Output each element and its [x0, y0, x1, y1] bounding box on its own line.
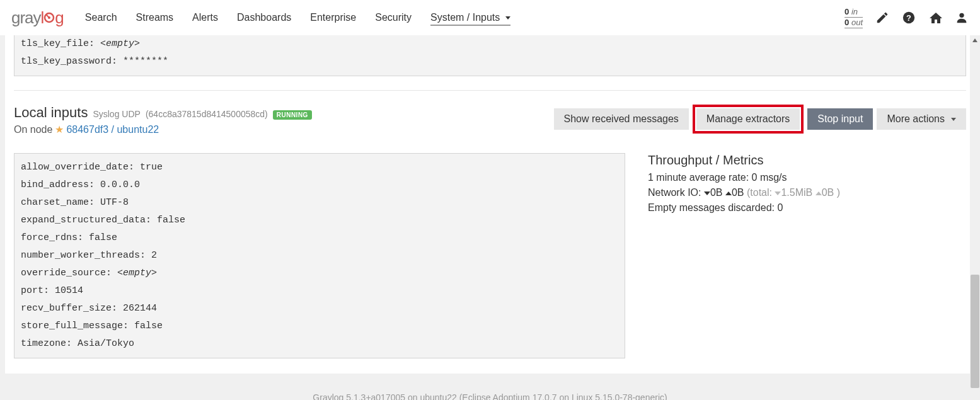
- user-icon[interactable]: [955, 11, 969, 25]
- star-icon: ★: [55, 123, 64, 135]
- manage-extractors-button[interactable]: Manage extractors: [696, 108, 800, 130]
- scrollbar-thumb[interactable]: [971, 275, 979, 388]
- chevron-down-icon: [505, 16, 510, 20]
- net-total-down: 1.5MiB: [781, 187, 812, 198]
- top-navbar: graylg SearchStreamsAlertsDashboardsEnte…: [0, 0, 980, 35]
- svg-marker-6: [972, 38, 977, 42]
- nav-item-streams[interactable]: Streams: [136, 9, 174, 26]
- show-received-messages-button[interactable]: Show received messages: [554, 108, 689, 130]
- rate-label: 1 minute average rate:: [648, 172, 749, 183]
- config-row: expand_structured_data: false: [21, 212, 618, 229]
- scrollbar-up-icon[interactable]: [970, 35, 980, 45]
- net-total-up: 0B: [822, 187, 834, 198]
- net-down: 0B: [710, 187, 723, 198]
- arrow-down-muted-icon: [775, 191, 781, 195]
- chevron-down-icon: [951, 118, 956, 121]
- config-row: port: 10514: [21, 282, 618, 300]
- net-total-close: ): [837, 187, 840, 198]
- nav-item-alerts[interactable]: Alerts: [192, 9, 218, 26]
- nav-item-system-inputs[interactable]: System / Inputs: [430, 9, 510, 26]
- main-nav: SearchStreamsAlertsDashboardsEnterpriseS…: [85, 9, 845, 26]
- svg-point-5: [959, 13, 964, 18]
- prev-config-box: tls_key_file: <empty>tls_key_password: *…: [14, 35, 966, 76]
- action-buttons: Show received messages Manage extractors…: [554, 105, 966, 134]
- config-row: tls_key_password: ********: [21, 53, 959, 71]
- config-row: force_rdns: false: [21, 229, 618, 247]
- metrics-panel: Throughput / Metrics 1 minute average ra…: [648, 153, 966, 215]
- net-up: 0B: [732, 187, 744, 198]
- arrow-down-icon: [704, 191, 710, 195]
- section-subtitle: Syslog UDP: [93, 109, 140, 119]
- discard-value: 0: [777, 202, 783, 213]
- edit-icon[interactable]: [875, 11, 889, 25]
- nav-item-enterprise[interactable]: Enterprise: [310, 9, 356, 26]
- node-link[interactable]: 68467df3 / ubuntu22: [66, 124, 159, 135]
- net-label: Network IO:: [648, 187, 701, 198]
- logo-text-g: g: [55, 8, 63, 28]
- page-body: tls_key_file: <empty>tls_key_password: *…: [0, 0, 980, 400]
- config-row: charset_name: UTF-8: [21, 194, 618, 212]
- discard-label: Empty messages discarded:: [648, 202, 775, 213]
- node-prefix: On node: [14, 124, 52, 135]
- svg-line-2: [46, 14, 49, 18]
- config-row: store_full_message: false: [21, 317, 618, 335]
- nav-item-search[interactable]: Search: [85, 9, 117, 26]
- config-row: timezone: Asia/Tokyo: [21, 335, 618, 353]
- highlight-box: Manage extractors: [693, 105, 804, 134]
- metrics-title: Throughput / Metrics: [648, 153, 966, 168]
- config-row: tls_key_file: <empty>: [21, 35, 959, 53]
- io-stats[interactable]: 0 in 0 out: [845, 7, 863, 28]
- logo-icon-o: [43, 12, 55, 23]
- config-row: number_worker_threads: 2: [21, 247, 618, 265]
- section-header: Local inputs Syslog UDP (64cc8a37815d841…: [14, 105, 966, 135]
- home-icon[interactable]: [928, 11, 942, 25]
- config-box: allow_override_date: truebind_address: 0…: [14, 153, 625, 358]
- config-row: recv_buffer_size: 262144: [21, 300, 618, 317]
- arrow-up-icon: [725, 191, 732, 195]
- config-row: bind_address: 0.0.0.0: [21, 176, 618, 194]
- logo[interactable]: graylg: [11, 8, 64, 28]
- topbar-right: 0 in 0 out ?: [845, 7, 969, 28]
- rate-value: 0 msg/s: [752, 172, 787, 183]
- stop-input-button[interactable]: Stop input: [807, 108, 873, 130]
- net-total-label: (total:: [747, 187, 772, 198]
- nav-item-dashboards[interactable]: Dashboards: [237, 9, 291, 26]
- section-title: Local inputs: [14, 105, 88, 121]
- divider: [14, 90, 966, 91]
- logo-text-gray: gray: [11, 8, 41, 28]
- help-icon[interactable]: ?: [902, 11, 916, 25]
- config-row: override_source: <empty>: [21, 265, 618, 282]
- section-id: (64cc8a37815d8414500058cd): [146, 109, 268, 119]
- nav-item-security[interactable]: Security: [375, 9, 412, 26]
- footer-text: Graylog 5.1.3+a017005 on ubuntu22 (Eclip…: [0, 374, 980, 400]
- arrow-up-muted-icon: [816, 191, 822, 195]
- scrollbar[interactable]: [970, 35, 980, 400]
- svg-text:?: ?: [906, 13, 911, 23]
- config-row: allow_override_date: true: [21, 159, 618, 176]
- more-actions-button[interactable]: More actions: [877, 108, 966, 130]
- status-badge: RUNNING: [273, 110, 312, 120]
